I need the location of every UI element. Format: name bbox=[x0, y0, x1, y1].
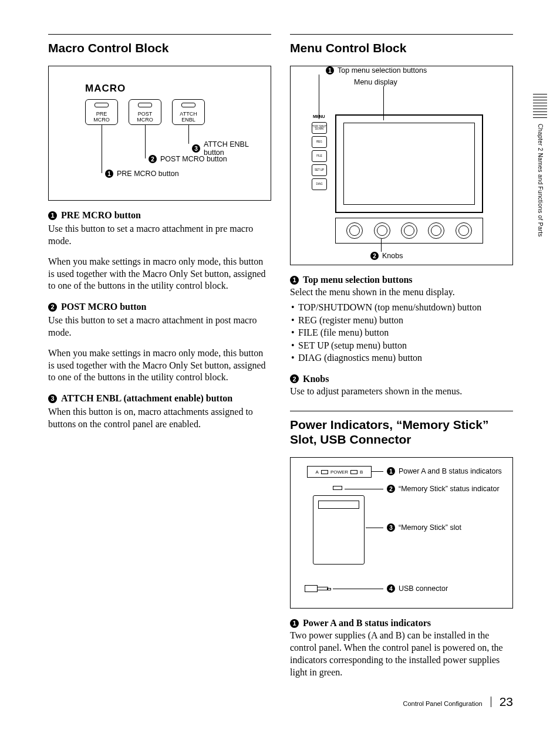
right-column: Menu Control Block 1 Top menu selection … bbox=[290, 34, 513, 678]
margin-chapter-label: Chapter 2 Names and Functions of Parts bbox=[537, 124, 544, 237]
power-callout-3: 3“Memory Stick” slot bbox=[366, 523, 461, 532]
knob-strip bbox=[335, 218, 483, 244]
knob-icon bbox=[456, 222, 472, 239]
rule bbox=[48, 34, 271, 35]
callout-3-icon: 3 bbox=[192, 144, 200, 153]
attch-enbl-button-icon: ATTCHENBL bbox=[172, 99, 205, 125]
footer: Control Panel Configuration 23 bbox=[403, 695, 514, 709]
memory-stick-slot-icon bbox=[313, 495, 365, 565]
diag-button-icon: DIAG bbox=[312, 178, 327, 190]
rule bbox=[290, 411, 513, 411]
item-2-title: POST MCRO button bbox=[61, 302, 147, 312]
pc2-label: “Memory Stick” status indicator bbox=[399, 485, 500, 493]
pc1-icon: 1 bbox=[387, 467, 395, 475]
menu-num-2-icon: 2 bbox=[290, 374, 299, 383]
page-number: 23 bbox=[500, 695, 513, 709]
power-figure: A POWER B 1Power A and B status indicato… bbox=[290, 457, 513, 609]
power-item-1-head: 1 Power A and B status indicators bbox=[290, 618, 513, 628]
menu-callout-1: 1 Top menu selection buttons bbox=[326, 66, 427, 75]
mc1-label: Top menu selection buttons bbox=[338, 66, 427, 75]
post-mcro-button-icon: POSTMCRO bbox=[129, 99, 161, 125]
knob-icon bbox=[428, 222, 444, 239]
power-item-1-title: Power A and B status indicators bbox=[303, 618, 431, 628]
num-2-icon: 2 bbox=[48, 303, 57, 312]
callout-2-label: POST MCRO button bbox=[160, 155, 227, 163]
usb-connector-icon bbox=[305, 584, 332, 593]
mc2-label: Knobs bbox=[382, 252, 403, 260]
menu-section-title: Menu Control Block bbox=[290, 40, 513, 55]
power-callout-4: 4USB connector bbox=[333, 584, 448, 593]
item-3-head: 3 ATTCH ENBL (attachment enable) button bbox=[48, 393, 271, 404]
menu-num-1-icon: 1 bbox=[290, 276, 299, 285]
power-section-title: Power Indicators, “Memory Stick” Slot, U… bbox=[290, 417, 513, 447]
item-3-title: ATTCH ENBL (attachment enable) button bbox=[61, 393, 232, 404]
bullet: DIAG (diagnostics menu) button bbox=[291, 352, 513, 364]
menu-display-label: Menu display bbox=[354, 78, 397, 86]
bullet: TOP/SHUTDOWN (top menu/shutdown) button bbox=[291, 301, 513, 314]
pc1-label: Power A and B status indicators bbox=[399, 467, 502, 475]
memory-stick-indicator-icon bbox=[333, 486, 342, 490]
bullet: SET UP (setup menu) button bbox=[291, 339, 513, 352]
menu-item-2-head: 2 Knobs bbox=[290, 374, 513, 384]
menu-item-1-lead: Select the menu shown in the menu displa… bbox=[290, 286, 513, 299]
menu-header-label: MENU bbox=[313, 114, 327, 119]
left-column: Macro Control Block MACRO PREMCRO POSTMC… bbox=[48, 34, 271, 678]
power-callout-1: 1Power A and B status indicators bbox=[372, 467, 502, 475]
callout-3-label: ATTCH ENBL button bbox=[204, 140, 261, 157]
menu-buttons-column: MENU TOP/ SHUT DOWN REG FILE SET UP DIAG bbox=[312, 114, 327, 190]
macro-callouts: 3ATTCH ENBL button 2POST MCRO button 1PR… bbox=[85, 125, 261, 184]
macro-heading: MACRO bbox=[85, 83, 261, 94]
item-1-body-a: Use this button to set a macro attachmen… bbox=[48, 223, 271, 248]
top-shutdown-button-icon: TOP/ SHUT DOWN bbox=[312, 122, 327, 134]
mc2-icon: 2 bbox=[370, 252, 379, 260]
item-1-body-b: When you make settings in macro only mod… bbox=[48, 256, 271, 292]
menu-item-1-bullets: TOP/SHUTDOWN (top menu/shutdown) button … bbox=[291, 301, 513, 364]
knob-icon bbox=[346, 222, 363, 239]
power-num-1-icon: 1 bbox=[290, 619, 299, 628]
file-button-icon: FILE bbox=[312, 150, 327, 162]
pc4-icon: 4 bbox=[387, 584, 395, 593]
setup-button-icon: SET UP bbox=[312, 164, 327, 176]
menu-screen-icon bbox=[335, 114, 483, 213]
knob-icon bbox=[374, 222, 390, 239]
margin-bars-icon bbox=[533, 94, 547, 120]
menu-figure: 1 Top menu selection buttons Menu displa… bbox=[290, 66, 513, 265]
footer-section: Control Panel Configuration bbox=[403, 700, 483, 707]
pc4-label: USB connector bbox=[399, 584, 448, 593]
mc1-icon: 1 bbox=[326, 66, 334, 75]
num-3-icon: 3 bbox=[48, 394, 57, 403]
menu-item-2-title: Knobs bbox=[303, 374, 329, 384]
menu-callout-2: 2 Knobs bbox=[370, 252, 403, 260]
callout-1-icon: 1 bbox=[105, 170, 113, 178]
macro-figure: MACRO PREMCRO POSTMCRO ATTCHENBL 3ATTCH … bbox=[48, 66, 271, 201]
pc3-icon: 3 bbox=[387, 523, 395, 532]
item-2-body-b: When you make settings in macro only mod… bbox=[48, 347, 271, 384]
knob-icon bbox=[401, 222, 417, 239]
item-1-head: 1 PRE MCRO button bbox=[48, 210, 271, 221]
item-1-title: PRE MCRO button bbox=[61, 210, 141, 221]
num-1-icon: 1 bbox=[48, 211, 57, 220]
footer-separator-icon bbox=[491, 697, 491, 707]
item-3-body-a: When this button is on, macro attachment… bbox=[48, 406, 271, 431]
pre-mcro-button-icon: PREMCRO bbox=[85, 99, 118, 125]
menu-item-1-head: 1 Top menu selection buttons bbox=[290, 275, 513, 285]
menu-item-1-title: Top menu selection buttons bbox=[303, 275, 413, 285]
callout-2-icon: 2 bbox=[149, 155, 157, 163]
power-callout-2: 2“Memory Stick” status indicator bbox=[345, 485, 500, 493]
bullet: REG (register menu) button bbox=[291, 314, 513, 327]
pc2-icon: 2 bbox=[387, 485, 395, 493]
item-2-head: 2 POST MCRO button bbox=[48, 302, 271, 312]
menu-item-2-lead: Use to adjust parameters shown in the me… bbox=[290, 386, 513, 398]
power-item-1-lead: Two power supplies (A and B) can be inst… bbox=[290, 630, 513, 678]
bullet: FILE (file menu) button bbox=[291, 326, 513, 339]
power-indicator-icon: A POWER B bbox=[307, 466, 372, 478]
page: Chapter 2 Names and Functions of Parts M… bbox=[0, 0, 560, 730]
reg-button-icon: REG bbox=[312, 136, 327, 148]
callout-1-label: PRE MCRO button bbox=[117, 170, 179, 178]
item-2-body-a: Use this button to set a macro attachmen… bbox=[48, 315, 271, 339]
margin-tab: Chapter 2 Names and Functions of Parts bbox=[533, 94, 547, 237]
macro-section-title: Macro Control Block bbox=[48, 40, 271, 55]
rule bbox=[290, 34, 513, 35]
pc3-label: “Memory Stick” slot bbox=[399, 523, 461, 532]
